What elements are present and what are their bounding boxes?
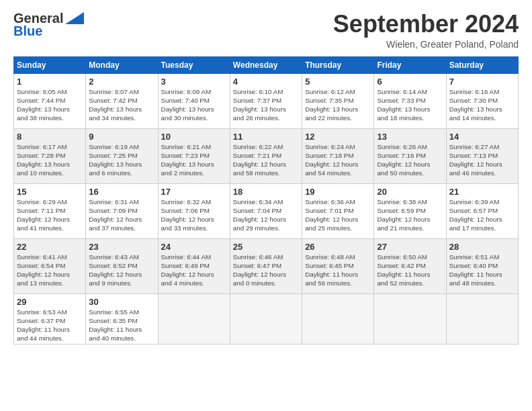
table-row: 20Sunrise: 6:38 AM Sunset: 6:59 PM Dayli… [374, 183, 446, 238]
table-row: 12Sunrise: 6:24 AM Sunset: 7:18 PM Dayli… [302, 128, 374, 183]
table-row [230, 293, 302, 345]
day-info: Sunrise: 6:46 AM Sunset: 6:47 PM Dayligh… [233, 253, 299, 288]
col-thursday: Thursday [302, 56, 374, 73]
day-number: 20 [377, 187, 443, 197]
table-row: 5Sunrise: 6:12 AM Sunset: 7:35 PM Daylig… [302, 73, 374, 128]
col-monday: Monday [86, 56, 158, 73]
month-title: September 2024 [333, 11, 519, 38]
day-info: Sunrise: 6:31 AM Sunset: 7:09 PM Dayligh… [89, 197, 154, 233]
table-row: 23Sunrise: 6:43 AM Sunset: 6:52 PM Dayli… [86, 238, 158, 293]
title-area: September 2024 Wielen, Greater Poland, P… [333, 11, 519, 50]
table-row [158, 293, 230, 345]
col-sunday: Sunday [14, 56, 86, 73]
table-row: 8Sunrise: 6:17 AM Sunset: 7:28 PM Daylig… [14, 128, 86, 183]
day-info: Sunrise: 6:05 AM Sunset: 7:44 PM Dayligh… [17, 87, 83, 123]
day-info: Sunrise: 6:43 AM Sunset: 6:52 PM Dayligh… [89, 253, 154, 288]
day-number: 14 [449, 132, 515, 142]
day-info: Sunrise: 6:17 AM Sunset: 7:28 PM Dayligh… [17, 142, 83, 178]
table-row: 9Sunrise: 6:19 AM Sunset: 7:25 PM Daylig… [86, 128, 158, 183]
day-info: Sunrise: 6:41 AM Sunset: 6:54 PM Dayligh… [17, 253, 83, 288]
table-row [302, 293, 374, 345]
day-info: Sunrise: 6:48 AM Sunset: 6:45 PM Dayligh… [305, 253, 371, 288]
calendar-week-row: 15Sunrise: 6:29 AM Sunset: 7:11 PM Dayli… [14, 183, 519, 238]
table-row: 19Sunrise: 6:36 AM Sunset: 7:01 PM Dayli… [302, 183, 374, 238]
day-number: 12 [305, 132, 371, 142]
table-row: 3Sunrise: 6:09 AM Sunset: 7:40 PM Daylig… [158, 73, 230, 128]
day-number: 26 [305, 242, 371, 252]
day-info: Sunrise: 6:09 AM Sunset: 7:40 PM Dayligh… [161, 87, 227, 123]
calendar-week-row: 22Sunrise: 6:41 AM Sunset: 6:54 PM Dayli… [14, 238, 519, 293]
day-info: Sunrise: 6:29 AM Sunset: 7:11 PM Dayligh… [17, 197, 83, 233]
day-info: Sunrise: 6:44 AM Sunset: 6:49 PM Dayligh… [161, 253, 227, 288]
day-info: Sunrise: 6:32 AM Sunset: 7:06 PM Dayligh… [161, 197, 227, 233]
table-row: 15Sunrise: 6:29 AM Sunset: 7:11 PM Dayli… [14, 183, 86, 238]
day-number: 6 [377, 77, 443, 87]
day-number: 8 [17, 132, 83, 142]
col-wednesday: Wednesday [230, 56, 302, 73]
day-number: 22 [17, 242, 83, 252]
table-row: 16Sunrise: 6:31 AM Sunset: 7:09 PM Dayli… [86, 183, 158, 238]
table-row: 13Sunrise: 6:26 AM Sunset: 7:16 PM Dayli… [374, 128, 446, 183]
logo-blue-text: Blue [13, 24, 42, 39]
table-row: 7Sunrise: 6:16 AM Sunset: 7:30 PM Daylig… [446, 73, 518, 128]
table-row: 21Sunrise: 6:39 AM Sunset: 6:57 PM Dayli… [446, 183, 518, 238]
day-info: Sunrise: 6:51 AM Sunset: 6:40 PM Dayligh… [449, 253, 515, 288]
table-row: 22Sunrise: 6:41 AM Sunset: 6:54 PM Dayli… [14, 238, 86, 293]
day-number: 3 [161, 77, 227, 87]
day-info: Sunrise: 6:22 AM Sunset: 7:21 PM Dayligh… [233, 142, 299, 178]
day-info: Sunrise: 6:07 AM Sunset: 7:42 PM Dayligh… [89, 87, 154, 123]
day-info: Sunrise: 6:36 AM Sunset: 7:01 PM Dayligh… [305, 197, 371, 233]
day-number: 25 [233, 242, 299, 252]
day-info: Sunrise: 6:34 AM Sunset: 7:04 PM Dayligh… [233, 197, 299, 233]
day-info: Sunrise: 6:19 AM Sunset: 7:25 PM Dayligh… [89, 142, 154, 178]
table-row: 10Sunrise: 6:21 AM Sunset: 7:23 PM Dayli… [158, 128, 230, 183]
logo: General Blue [13, 11, 84, 39]
location: Wielen, Greater Poland, Poland [333, 39, 519, 50]
day-number: 30 [89, 297, 154, 307]
day-number: 15 [17, 187, 83, 197]
table-row: 28Sunrise: 6:51 AM Sunset: 6:40 PM Dayli… [446, 238, 518, 293]
day-info: Sunrise: 6:53 AM Sunset: 6:37 PM Dayligh… [17, 308, 83, 343]
day-info: Sunrise: 6:39 AM Sunset: 6:57 PM Dayligh… [449, 197, 515, 233]
day-info: Sunrise: 6:26 AM Sunset: 7:16 PM Dayligh… [377, 142, 443, 178]
calendar-week-row: 29Sunrise: 6:53 AM Sunset: 6:37 PM Dayli… [14, 293, 519, 345]
day-number: 2 [89, 77, 154, 87]
table-row: 18Sunrise: 6:34 AM Sunset: 7:04 PM Dayli… [230, 183, 302, 238]
logo-icon [65, 12, 84, 24]
day-number: 28 [449, 242, 515, 252]
calendar-week-row: 8Sunrise: 6:17 AM Sunset: 7:28 PM Daylig… [14, 128, 519, 183]
calendar-page: General Blue September 2024 Wielen, Grea… [0, 0, 532, 411]
day-info: Sunrise: 6:27 AM Sunset: 7:13 PM Dayligh… [449, 142, 515, 178]
day-number: 4 [233, 77, 299, 87]
day-info: Sunrise: 6:16 AM Sunset: 7:30 PM Dayligh… [449, 87, 515, 123]
day-number: 10 [161, 132, 227, 142]
day-number: 29 [17, 297, 83, 307]
day-number: 27 [377, 242, 443, 252]
table-row: 24Sunrise: 6:44 AM Sunset: 6:49 PM Dayli… [158, 238, 230, 293]
table-row: 17Sunrise: 6:32 AM Sunset: 7:06 PM Dayli… [158, 183, 230, 238]
table-row: 11Sunrise: 6:22 AM Sunset: 7:21 PM Dayli… [230, 128, 302, 183]
table-row: 2Sunrise: 6:07 AM Sunset: 7:42 PM Daylig… [86, 73, 158, 128]
table-row [446, 293, 518, 345]
col-tuesday: Tuesday [158, 56, 230, 73]
table-row: 4Sunrise: 6:10 AM Sunset: 7:37 PM Daylig… [230, 73, 302, 128]
col-friday: Friday [374, 56, 446, 73]
table-row: 26Sunrise: 6:48 AM Sunset: 6:45 PM Dayli… [302, 238, 374, 293]
col-saturday: Saturday [446, 56, 518, 73]
table-row: 30Sunrise: 6:55 AM Sunset: 6:35 PM Dayli… [86, 293, 158, 345]
table-row: 29Sunrise: 6:53 AM Sunset: 6:37 PM Dayli… [14, 293, 86, 345]
day-number: 16 [89, 187, 154, 197]
day-number: 13 [377, 132, 443, 142]
day-number: 18 [233, 187, 299, 197]
table-row: 14Sunrise: 6:27 AM Sunset: 7:13 PM Dayli… [446, 128, 518, 183]
calendar-header-row: Sunday Monday Tuesday Wednesday Thursday… [14, 56, 519, 73]
day-number: 19 [305, 187, 371, 197]
day-info: Sunrise: 6:12 AM Sunset: 7:35 PM Dayligh… [305, 87, 371, 123]
table-row: 25Sunrise: 6:46 AM Sunset: 6:47 PM Dayli… [230, 238, 302, 293]
day-number: 17 [161, 187, 227, 197]
day-number: 24 [161, 242, 227, 252]
day-number: 5 [305, 77, 371, 87]
day-number: 1 [17, 77, 83, 87]
table-row: 1Sunrise: 6:05 AM Sunset: 7:44 PM Daylig… [14, 73, 86, 128]
day-info: Sunrise: 6:21 AM Sunset: 7:23 PM Dayligh… [161, 142, 227, 178]
